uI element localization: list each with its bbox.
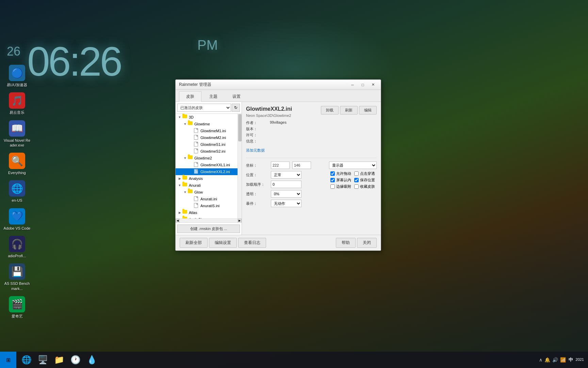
- expand-glowtime2: ▼: [182, 156, 188, 160]
- close-button[interactable]: ✕: [369, 81, 377, 88]
- checkbox-favorite[interactable]: 收藏皮肤: [354, 184, 377, 189]
- tree-item-anuratis-ini[interactable]: AnuratiS.ini: [176, 202, 238, 209]
- load-order-input[interactable]: [271, 181, 301, 188]
- view-log-button[interactable]: 查看日志: [238, 238, 266, 248]
- taskbar-app-clock[interactable]: 🕐: [68, 352, 83, 367]
- desktop-icon-enus[interactable]: 🌐 en-US: [3, 180, 31, 203]
- taskbar-app-chrome[interactable]: 🌐: [19, 352, 34, 367]
- desktop-icon-iqiyi[interactable]: 🎬 爱奇艺: [3, 296, 31, 319]
- position-select[interactable]: 正常: [271, 171, 301, 179]
- systray-up-icon[interactable]: ∧: [539, 357, 542, 363]
- taskbar-app-drop[interactable]: 💧: [84, 352, 99, 367]
- tree-item-glowtimexxl2[interactable]: GlowtimeXXL2.ini: [176, 168, 238, 175]
- left-panel: 已激活的皮肤 ↻ ▼ 3D ▼ Glowtim: [176, 102, 242, 235]
- checkbox-snap[interactable]: 屏幕认内: [330, 178, 353, 183]
- hscroll-left-btn[interactable]: ◀: [176, 219, 180, 223]
- hover-select[interactable]: 无动作: [271, 200, 301, 207]
- tree-item-glowtimes2[interactable]: GlowtimeS2.ini: [176, 148, 238, 155]
- checkbox-drag[interactable]: 允许拖动: [330, 171, 353, 176]
- unload-button[interactable]: 卸载: [321, 106, 339, 114]
- checkbox-clickthrough-input[interactable]: [354, 171, 359, 176]
- create-rmskin-button[interactable]: 创建 .rmskin 皮肤包 ...: [177, 225, 240, 233]
- window-title: Rainmeter 管理器: [179, 82, 348, 88]
- hscrollbar[interactable]: ◀ ▶: [176, 218, 242, 223]
- tree-item-glowtimexxl1[interactable]: GlowtimeXXL1.ini: [176, 162, 238, 168]
- rainmeter-window: Rainmeter 管理器 ─ □ ✕ 皮肤 主题 设置 已激活的皮肤 ↻: [175, 79, 381, 251]
- tab-themes[interactable]: 主题: [202, 91, 225, 102]
- systray-volume-icon[interactable]: 🔊: [552, 357, 558, 363]
- iqiyi-label: 爱奇艺: [12, 314, 23, 319]
- tab-skins[interactable]: 皮肤: [179, 91, 201, 102]
- hscroll-right-btn[interactable]: ▶: [238, 219, 242, 223]
- skin-refresh-btn[interactable]: ↻: [232, 104, 240, 112]
- opacity-select[interactable]: 0%: [271, 190, 301, 198]
- checkboxes-section: 允许拖动 点击穿透 屏幕认内 保存位置: [330, 171, 377, 189]
- tree-item-analysis[interactable]: ▶ Analysis: [176, 175, 238, 182]
- minimize-button[interactable]: ─: [348, 81, 357, 88]
- taskbar-app-monitor[interactable]: 🖥️: [35, 352, 50, 367]
- tree-scrollbar-thumb[interactable]: [238, 114, 242, 141]
- tree-item-glowtime2[interactable]: ▼ Glowtime2: [176, 155, 238, 162]
- desktop-icon-asssd[interactable]: 💾 AS SSD Benchmark...: [3, 263, 31, 291]
- tree-item-3d[interactable]: ▼ 3D: [176, 114, 238, 121]
- taskbar-time: 2021: [576, 357, 584, 362]
- author-value: 99villages: [270, 120, 377, 125]
- tree-item-glow[interactable]: ▼ Glow: [176, 189, 238, 196]
- tree-item-audioplayer[interactable]: ▶ AudioPlayer: [176, 216, 238, 218]
- desktop-icon-uuacc[interactable]: 🔵 易UU加速器: [3, 65, 31, 87]
- taskbar-systray: ∧ 🔔 🔊 📶: [539, 357, 566, 363]
- refresh-button[interactable]: 刷新: [340, 106, 358, 114]
- refresh-all-button[interactable]: 刷新全部: [180, 238, 208, 248]
- tree-item-anurati-ini[interactable]: Anurati.ini: [176, 196, 238, 202]
- checkbox-drag-input[interactable]: [330, 171, 335, 176]
- tree-item-glowtimem2[interactable]: GlowtimeM2.ini: [176, 134, 238, 141]
- skin-path: Neon Space\3D\Glowtime2: [246, 113, 321, 118]
- checkbox-snap-label: 屏幕认内: [336, 178, 351, 183]
- checkbox-snap-input[interactable]: [330, 178, 335, 182]
- checkbox-savepos[interactable]: 保存位置: [354, 178, 377, 183]
- file-anuratis-icon: [194, 203, 199, 209]
- tree-item-atlas[interactable]: ▶ Atlas: [176, 209, 238, 216]
- skin-header: GlowtimeXXL2.ini Neon Space\3D\Glowtime2…: [246, 106, 377, 118]
- tree-item-anurati[interactable]: ▼ Anurati: [176, 182, 238, 189]
- info-label: 信息：: [246, 139, 270, 144]
- tree-scrollbar[interactable]: [238, 114, 242, 218]
- edit-button[interactable]: 编辑: [359, 106, 377, 114]
- tree-item-glowtimes1[interactable]: GlowtimeS1.ini: [176, 141, 238, 148]
- tab-settings[interactable]: 设置: [225, 91, 248, 102]
- desktop-icon-everything[interactable]: 🔍 Everything: [3, 153, 31, 175]
- coord-y-input[interactable]: [292, 162, 311, 169]
- display-select[interactable]: 显示器: [329, 162, 377, 169]
- tree-label-glowtimexxl2: GlowtimeXXL2.ini: [200, 170, 230, 174]
- maximize-button[interactable]: □: [358, 81, 367, 88]
- edit-settings-button[interactable]: 编辑设置: [209, 238, 237, 248]
- audioprofi-label: adioProfI...: [8, 254, 26, 258]
- systray-network-icon[interactable]: 📶: [560, 357, 566, 363]
- systray-notify-icon[interactable]: 🔔: [544, 357, 550, 363]
- tree-item-glowtime[interactable]: ▼ Glowtime: [176, 121, 238, 127]
- help-button[interactable]: 帮助: [336, 238, 356, 248]
- add-vars-link[interactable]: 添加元数据: [246, 148, 377, 153]
- desktop-icon-vnr[interactable]: 📖 Visual Novel Reader.exe: [3, 120, 31, 148]
- desktop-icon-vscode[interactable]: 💙 Adobe VS Code: [3, 208, 31, 231]
- vscode-icon: 💙: [9, 208, 25, 225]
- checkbox-savepos-input[interactable]: [354, 178, 359, 182]
- music-label: 易云音乐: [10, 110, 24, 115]
- close-window-button[interactable]: 关闭: [357, 238, 377, 248]
- taskbar-app-folder[interactable]: 📁: [52, 352, 67, 367]
- hover-row: 暴停： 无动作: [246, 200, 326, 207]
- start-button[interactable]: ⊞: [0, 352, 16, 368]
- checkbox-edgesnap[interactable]: 边缘吸附: [330, 184, 353, 189]
- taskbar-lang[interactable]: 中: [569, 357, 573, 363]
- desktop-icon-music[interactable]: 🎵 易云音乐: [3, 92, 31, 115]
- coord-x-input[interactable]: [271, 162, 290, 169]
- tree-view[interactable]: ▼ 3D ▼ Glowtime GlowtimeM1.ini: [176, 114, 242, 218]
- skin-dropdown[interactable]: 已激活的皮肤: [177, 104, 231, 112]
- checkbox-favorite-input[interactable]: [354, 184, 359, 189]
- tree-label-glowtimem1: GlowtimeM1.ini: [200, 129, 226, 133]
- desktop-icon-audioprofi[interactable]: 🎧 adioProfI...: [3, 236, 31, 258]
- tree-item-glowtimem1[interactable]: GlowtimeM1.ini: [176, 127, 238, 134]
- file-glowtimem2-icon: [194, 135, 199, 140]
- checkbox-clickthrough[interactable]: 点击穿透: [354, 171, 377, 176]
- checkbox-edgesnap-input[interactable]: [330, 184, 335, 189]
